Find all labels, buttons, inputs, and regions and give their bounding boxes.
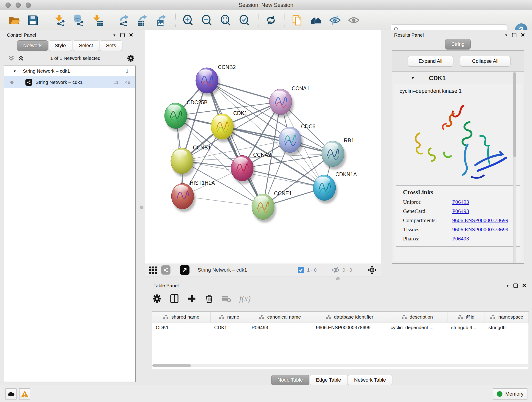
network-edge-CCNB2-CCNE1[interactable] <box>207 80 263 207</box>
crosslink-genecard-[interactable]: P06493 <box>452 208 469 214</box>
network-node-CDC6[interactable] <box>279 127 303 156</box>
column-header-name[interactable]: name <box>210 312 248 322</box>
network-node-CDKN1A[interactable] <box>313 175 337 204</box>
network-node-HIST1H1A[interactable] <box>171 183 196 212</box>
column-header-database-identifier[interactable]: database identifier <box>312 312 387 322</box>
show-all-eye-icon[interactable] <box>347 14 360 27</box>
tab-node-table[interactable]: Node Table <box>271 375 309 385</box>
expand-all-button[interactable]: Expand All <box>408 56 453 66</box>
network-node-RB1[interactable] <box>322 141 346 170</box>
zoom-out-icon[interactable] <box>200 14 213 27</box>
column-header-shared-name[interactable]: shared name <box>152 312 210 322</box>
network-node-label-CCNB2: CCNB2 <box>218 64 236 70</box>
copy-document-icon[interactable] <box>291 14 304 27</box>
panel-float-icon[interactable] <box>513 283 518 288</box>
network-share-view-icon[interactable] <box>161 265 171 274</box>
table-cell--id[interactable]: stringdb:9... <box>447 325 485 330</box>
network-node-CCNE1[interactable] <box>252 194 276 223</box>
tab-network-table[interactable]: Network Table <box>348 375 392 385</box>
panel-close-icon[interactable]: ✕ <box>520 32 525 38</box>
birds-eye-view-icon[interactable] <box>367 265 377 275</box>
cloud-icon[interactable] <box>6 389 17 400</box>
tab-style[interactable]: Style <box>49 40 72 51</box>
function-builder-icon[interactable]: f(x) <box>239 294 251 303</box>
delete-table-icon[interactable] <box>222 294 231 303</box>
network-canvas[interactable]: CCNB2CCNA1CDC25BCDK1CDC6RB1CCNB1CCNA2CDK… <box>145 30 381 264</box>
panel-close-icon[interactable]: ✕ <box>129 32 133 38</box>
panel-close-icon[interactable]: ✕ <box>522 283 526 288</box>
column-header-description[interactable]: description <box>387 312 447 322</box>
panel-menu-icon[interactable]: ▼ <box>113 33 116 37</box>
left-splitter-handle[interactable] <box>140 206 143 209</box>
collapse-all-icon[interactable] <box>8 55 14 61</box>
crosslink-label: GeneCard: <box>403 208 452 214</box>
grid-view-icon[interactable] <box>149 266 158 274</box>
network-options-gear-icon[interactable] <box>127 54 135 62</box>
hide-selected-eye-icon[interactable] <box>329 14 341 27</box>
zoom-fit-icon[interactable] <box>219 14 232 27</box>
tab-edge-table[interactable]: Edge Table <box>310 375 347 385</box>
refresh-icon[interactable] <box>264 14 277 27</box>
zoom-selected-icon[interactable] <box>238 14 251 27</box>
table-options-gear-icon[interactable] <box>152 294 162 303</box>
expand-all-icon[interactable] <box>18 55 24 61</box>
zoom-in-icon[interactable] <box>181 14 194 27</box>
import-network-database-icon[interactable] <box>72 14 85 27</box>
home-icon[interactable] <box>310 14 323 27</box>
collapse-triangle-icon[interactable]: ▼ <box>411 76 415 80</box>
hidden-eye-icon[interactable] <box>331 267 340 274</box>
table-horizontal-scrollbar[interactable] <box>152 364 528 367</box>
table-cell-shared-name[interactable]: CDK1 <box>152 325 210 330</box>
column-header-namespace[interactable]: namespace <box>485 312 529 322</box>
results-scrollbar-thumb[interactable] <box>513 72 516 157</box>
results-scrollbar[interactable] <box>513 72 516 263</box>
tab-sets[interactable]: Sets <box>100 40 122 51</box>
collapse-all-button[interactable]: Collapse All <box>460 56 510 66</box>
crosslink-pharos-[interactable]: P06493 <box>452 236 469 242</box>
table-row[interactable]: CDK1CDK1P064939606.ENSP00000378699cyclin… <box>152 322 529 332</box>
network-node-CCNA1[interactable] <box>269 89 294 118</box>
table-cell-database-identifier[interactable]: 9606.ENSP00000378699 <box>312 325 387 330</box>
table-cell-description[interactable]: cyclin–dependent ... <box>387 325 447 330</box>
warning-icon[interactable] <box>19 389 30 400</box>
save-session-icon[interactable] <box>27 14 39 27</box>
node-details-header[interactable]: ▼ CDK1 <box>392 72 524 84</box>
delete-trash-icon[interactable] <box>204 294 214 303</box>
column-header-canonical-name[interactable]: canonical name <box>248 312 312 322</box>
panel-float-icon[interactable] <box>120 33 125 37</box>
tab-select[interactable]: Select <box>73 40 99 51</box>
open-file-icon[interactable] <box>8 14 21 27</box>
tab-string[interactable]: String <box>445 39 471 50</box>
tab-network[interactable]: Network <box>17 40 48 51</box>
network-node-CDC25B[interactable] <box>165 103 189 132</box>
network-node-CDK1[interactable] <box>211 114 235 142</box>
crosslink-tissues-[interactable]: 9606.ENSP00000378699 <box>452 226 508 233</box>
crosslink-compartments-[interactable]: 9606.ENSP00000378699 <box>452 217 508 223</box>
selected-checkbox-icon[interactable] <box>298 267 304 274</box>
memory-status-dot <box>497 391 502 397</box>
table-scrollbar-thumb[interactable] <box>152 364 191 367</box>
import-network-icon[interactable] <box>53 14 66 27</box>
export-table-icon[interactable] <box>136 14 149 27</box>
panel-menu-icon[interactable]: ▼ <box>505 33 508 37</box>
panel-menu-icon[interactable]: ▼ <box>506 284 509 288</box>
export-network-icon[interactable] <box>117 14 130 27</box>
memory-button[interactable]: Memory <box>493 389 527 400</box>
column-header--id[interactable]: @id <box>447 312 485 322</box>
crosslink-uniprot-[interactable]: P06493 <box>452 199 469 205</box>
table-cell-namespace[interactable]: stringdb <box>485 325 529 330</box>
network-node-CCNA2[interactable] <box>231 155 255 184</box>
add-column-plus-icon[interactable] <box>187 294 196 303</box>
table-cell-canonical-name[interactable]: P06493 <box>248 325 312 330</box>
export-image-icon[interactable] <box>155 14 168 27</box>
detach-view-icon[interactable] <box>180 265 190 275</box>
network-collection-row[interactable]: ▼ String Network – cdk1 1 <box>4 66 135 76</box>
table-cell-name[interactable]: CDK1 <box>210 325 248 330</box>
collapse-triangle-icon[interactable]: ▼ <box>13 69 17 73</box>
network-node-CCNB2[interactable] <box>196 68 220 96</box>
panel-float-icon[interactable] <box>512 33 516 37</box>
import-table-icon[interactable] <box>91 14 104 27</box>
show-columns-icon[interactable] <box>170 294 179 303</box>
table-panel: Table Panel ▼ ✕ f(x) shared namenamecano… <box>148 280 532 385</box>
network-row-selected[interactable]: String Network – cdk1 11 48 <box>4 76 135 88</box>
